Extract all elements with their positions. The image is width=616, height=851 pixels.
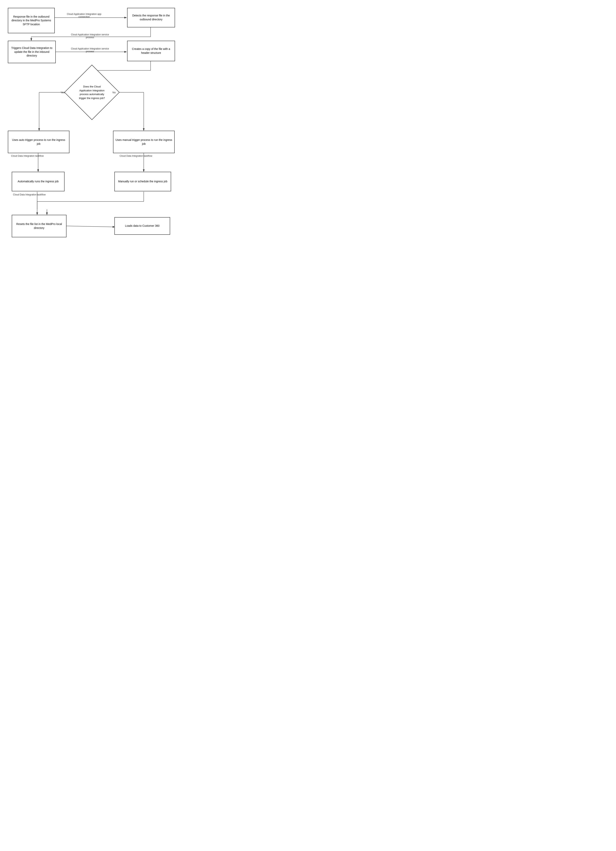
triggers-cdi-box: Triggers Cloud Data Integration to updat… — [8, 41, 56, 63]
flowchart: Response file in the outbound directory … — [4, 4, 180, 262]
resets-file-box: Resets the file list in the MedPro local… — [12, 215, 66, 237]
cdi-taskflow-bottom-label: Cloud Data Integration taskflow — [10, 193, 49, 196]
auto-runs-box: Automatically runs the ingress job — [12, 172, 65, 191]
cai-service-process-label-1: Cloud Application Integration service pr… — [68, 33, 111, 39]
cdi-taskflow-left-label: Cloud Data Integration taskflow — [10, 155, 45, 157]
loads-data-box: Loads data to Customer 360 — [114, 217, 170, 235]
creates-copy-box: Creates a copy of the file with a header… — [127, 41, 175, 61]
yes-label: Yes — [61, 91, 65, 94]
response-file-box: Response file in the outbound directory … — [8, 8, 55, 33]
cai-app-connection-label: Cloud Application Integration app connec… — [65, 13, 104, 18]
svg-line-21 — [66, 226, 115, 227]
uses-auto-box: Uses auto trigger process to run the ing… — [8, 131, 69, 153]
cdi-taskflow-right-label: Cloud Data Integration taskflow — [116, 155, 155, 157]
detects-response-box: Detects the response file in the outboun… — [127, 8, 175, 27]
diamond-label: Does the Cloud Application Integration p… — [77, 85, 107, 100]
manually-run-box: Manually run or schedule the ingress job — [114, 172, 171, 191]
uses-manual-box: Uses manual trigger process to run the i… — [113, 131, 174, 153]
decision-diamond: Does the Cloud Application Integration p… — [72, 73, 111, 112]
cai-service-process-label-2: Cloud Application Integration service pr… — [68, 47, 111, 53]
no-label: No — [113, 91, 116, 94]
